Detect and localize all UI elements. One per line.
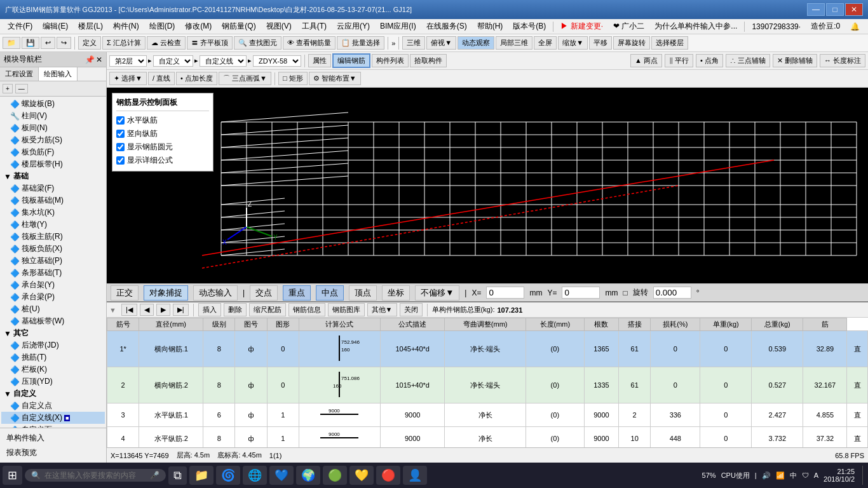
tree-item-louban[interactable]: 🔷 螺旋板(B): [1, 98, 105, 110]
btn-start[interactable]: ⊞: [3, 466, 22, 485]
tree-item-chengtailiang[interactable]: 🔷 承台梁(P): [1, 291, 105, 303]
menu-guangxiaoer[interactable]: ❤ 广小二: [608, 20, 649, 33]
menu-notify[interactable]: 🔔: [845, 21, 865, 32]
menu-new-change[interactable]: ▶ 新建变更·: [555, 20, 608, 33]
tree-item-jishuikeng[interactable]: 🔷 集水坑(K): [1, 207, 105, 219]
btn-pan[interactable]: 平移: [589, 36, 612, 50]
collapse-icon[interactable]: ▼: [109, 306, 116, 314]
menu-floor[interactable]: 楼层(L): [73, 20, 108, 33]
tree-group-zidingyi[interactable]: ▼ 自定义: [1, 388, 105, 400]
tree-item-chengtaijia[interactable]: 🔷 承台架(Y): [1, 279, 105, 291]
tab-project-settings[interactable]: 工程设置: [0, 67, 39, 81]
check-horizontal-rebar[interactable]: [116, 116, 125, 125]
menu-rebar[interactable]: 钢筋量(Q): [217, 20, 261, 33]
btn-properties[interactable]: 属性: [308, 54, 331, 67]
btn-redo[interactable]: ↪: [57, 37, 71, 49]
tree-item-yading[interactable]: 🔷 压顶(YD): [1, 376, 105, 388]
menu-service[interactable]: 在线服务(S): [421, 20, 472, 33]
taskbar-app-8[interactable]: 🔴: [376, 466, 400, 485]
rotate-input[interactable]: [653, 287, 691, 299]
btn-define[interactable]: 定义: [78, 36, 101, 50]
btn-other[interactable]: 其他▼: [367, 303, 397, 316]
menu-file[interactable]: 文件(F): [3, 20, 37, 33]
tree-item-loujinbandai[interactable]: 🔷 楼层板带(H): [1, 158, 105, 170]
network-icon[interactable]: 📶: [776, 471, 785, 480]
check-vertical-rebar[interactable]: [116, 130, 125, 138]
taskbar-app-5[interactable]: 🌍: [296, 466, 320, 485]
floor-selector[interactable]: 第2层: [109, 55, 147, 67]
btn-intersection[interactable]: 交点: [250, 285, 278, 301]
clock[interactable]: 21:25 2018/10/2: [824, 468, 855, 483]
tree-item-fabanfujin[interactable]: 🔷 筏板负筋(X): [1, 243, 105, 255]
table-row[interactable]: 1* 横向钢筋.1 8 ф 0 752.946 160: [107, 331, 868, 367]
menu-cloud[interactable]: 云应用(Y): [332, 20, 375, 33]
tree-item-zidingyi-xian[interactable]: 🔷 自定义线(X) ■: [1, 412, 105, 424]
btn-point-angle[interactable]: • 点角: [696, 54, 723, 67]
close-button[interactable]: ✕: [845, 3, 863, 16]
taskbar-app-taskview[interactable]: ⧉: [168, 466, 187, 485]
btn-rebar-info[interactable]: 钢筋信息: [288, 303, 325, 316]
tree-item-zhujian[interactable]: 🔧 柱间(V): [1, 110, 105, 122]
btn-report[interactable]: 报表预览: [3, 445, 104, 460]
tree-item-fabanzhujin[interactable]: 🔷 筏板主筋(R): [1, 231, 105, 243]
btn-nav-last[interactable]: ▶|: [173, 304, 189, 316]
show-desktop[interactable]: [862, 466, 865, 485]
tree-item-banshouli[interactable]: 🔷 板受力筋(S): [1, 134, 105, 146]
btn-ortho[interactable]: 正交: [111, 285, 139, 301]
btn-undo[interactable]: ↩: [41, 37, 55, 49]
menu-bim[interactable]: BIM应用(I): [375, 20, 421, 33]
pin-icon[interactable]: 📌: [85, 55, 95, 64]
btn-rotate-screen[interactable]: 屏幕旋转: [613, 36, 650, 50]
floor-type-selector[interactable]: 自定义: [153, 55, 193, 67]
btn-midpoint[interactable]: 重点: [283, 285, 311, 301]
tree-item-taojin[interactable]: 🔷 挑筋(T): [1, 351, 105, 363]
btn-cloud-check[interactable]: ☁ 云检查: [147, 36, 186, 50]
tree-item-dulijichu[interactable]: 🔷 独立基础(P): [1, 255, 105, 267]
btn-insert-row[interactable]: 插入: [198, 303, 221, 316]
btn-edit-rebar[interactable]: 编辑钢筋: [332, 53, 370, 68]
taskbar-app-9[interactable]: 👤: [403, 466, 427, 485]
btn-three-arc[interactable]: ⌒ 三点画弧▼: [219, 72, 271, 85]
tree-item-zhui[interactable]: 🔷 桩(U): [1, 303, 105, 315]
taskbar-app-1[interactable]: 📁: [189, 466, 214, 485]
table-row[interactable]: 4 水平纵筋.2 8 ф 1 9000 9000: [107, 427, 868, 448]
tree-group-jichu[interactable]: ▼ 基础: [1, 170, 105, 182]
btn-smart-layout[interactable]: ⚙ 智能布置▼: [309, 72, 361, 85]
btn-nav-first[interactable]: |◀: [121, 304, 137, 316]
tree-item-jichubandai[interactable]: 🔷 基础板带(W): [1, 315, 105, 327]
menu-help[interactable]: 帮助(H): [472, 20, 508, 33]
btn-batch-select[interactable]: 📋 批量选择: [337, 36, 384, 50]
btn-point-length[interactable]: • 点加长度: [176, 72, 217, 85]
tree-item-zhudun[interactable]: 🔷 柱墩(Y): [1, 219, 105, 231]
btn-component-list[interactable]: 构件列表: [372, 54, 409, 67]
btn-remove-component[interactable]: —: [15, 84, 28, 93]
tree-item-jichuliang[interactable]: 🔷 基础梁(F): [1, 182, 105, 194]
tree-item-zidingyi-dian[interactable]: 🔷 自定义点: [1, 400, 105, 412]
btn-rebar-library[interactable]: 钢筋图库: [328, 303, 365, 316]
rebar-table-wrapper[interactable]: 筋号 直径(mm) 级别 图号 图形 计算公式 公式描述 弯曲调整(mm) 长度…: [107, 318, 868, 447]
taskbar-app-6[interactable]: 🟢: [323, 466, 347, 485]
checkbox-show-formula[interactable]: 显示详细公式: [116, 154, 209, 167]
menu-draw[interactable]: 绘图(D): [144, 20, 180, 33]
check-show-formula[interactable]: [116, 156, 125, 165]
btn-close-panel[interactable]: 关闭: [400, 303, 423, 316]
btn-parallel[interactable]: ∥ 平行: [665, 54, 693, 67]
antivirus-icon[interactable]: 🛡: [802, 471, 809, 479]
tab-draw-input[interactable]: 绘图输入: [39, 67, 78, 81]
tree-item-banjian[interactable]: 🔷 板间(N): [1, 122, 105, 134]
search-bar[interactable]: 🔍 🎤: [25, 469, 166, 482]
btn-view-rebar[interactable]: 👁 查看钢筋量: [283, 36, 336, 50]
btn-delete-row[interactable]: 删除: [224, 303, 247, 316]
btn-delete-axis[interactable]: ✕ 删除辅轴: [773, 54, 817, 67]
btn-save[interactable]: 💾: [22, 37, 39, 49]
taskbar-app-4[interactable]: 💙: [269, 466, 294, 485]
input-method-a[interactable]: A: [814, 471, 818, 479]
btn-add-component[interactable]: +: [3, 84, 13, 93]
btn-line[interactable]: / 直线: [148, 72, 175, 85]
maximize-button[interactable]: □: [826, 3, 844, 16]
btn-dynamic-view[interactable]: 动态观察: [458, 36, 494, 50]
table-row[interactable]: 2 横向钢筋.2 8 ф 0 751.086 160: [107, 367, 868, 403]
menu-version[interactable]: 版本号(B): [508, 20, 551, 33]
y-input[interactable]: [562, 287, 600, 299]
btn-length-mark[interactable]: ↔ 长度标注: [820, 54, 865, 67]
